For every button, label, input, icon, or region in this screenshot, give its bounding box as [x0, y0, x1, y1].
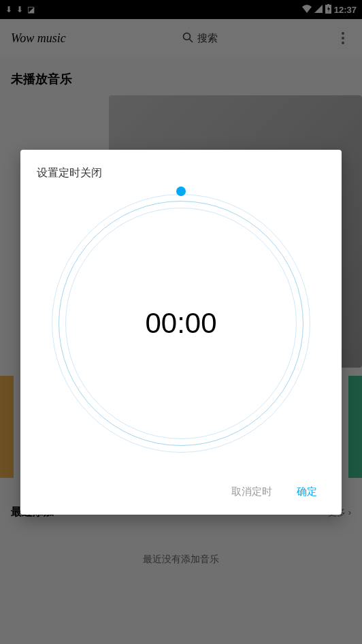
dialog-title: 设置定时关闭 [37, 166, 325, 180]
cancel-timer-button[interactable]: 取消定时 [229, 480, 275, 504]
confirm-button[interactable]: 确定 [294, 480, 320, 504]
timer-dialog: 设置定时关闭 00:00 取消定时 确定 [20, 150, 342, 515]
timer-value: 00:00 [145, 307, 216, 340]
dialog-actions: 取消定时 确定 [37, 480, 325, 504]
timer-dial[interactable]: 00:00 [52, 194, 310, 453]
dial-stem [180, 187, 182, 196]
dial-handle[interactable] [176, 187, 186, 196]
